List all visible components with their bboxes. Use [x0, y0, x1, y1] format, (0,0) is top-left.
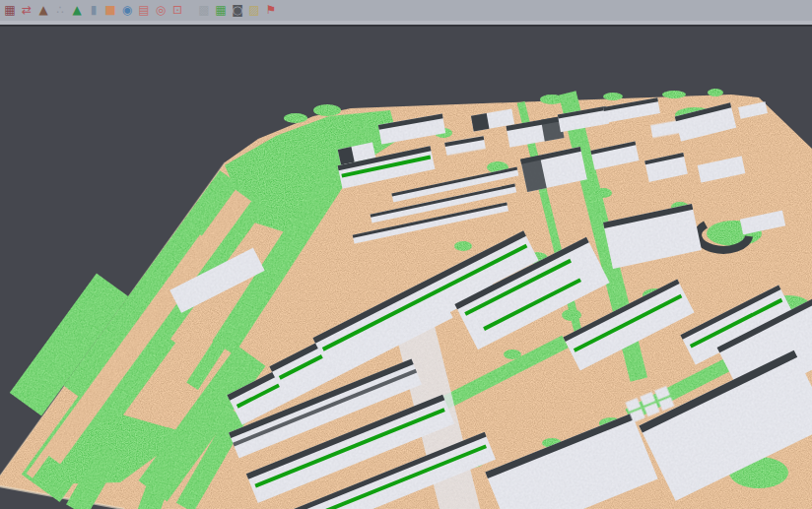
selection-box-icon[interactable]: ⊡: [169, 2, 185, 19]
classification-map-icon[interactable]: ▦: [213, 2, 229, 19]
globe-icon[interactable]: ◉: [119, 2, 135, 19]
terrain-brown-icon[interactable]: ▲: [35, 2, 51, 19]
grid-mask-icon[interactable]: ▩: [196, 2, 212, 19]
main-toolbar: ▦ ⇄ ▲ ∴ ▲ ▮ ■ ◉ ▤ ◎ ⊡ ▩ ▦ ◙ ▨ ⚑: [0, 0, 812, 21]
point-cloud-render: [0, 27, 812, 509]
target-ring-icon[interactable]: ◎: [153, 2, 169, 19]
viewport-3d[interactable]: [0, 27, 812, 509]
point-scatter-icon[interactable]: ∴: [52, 2, 68, 19]
toolbar-separator: [186, 2, 195, 19]
swap-arrows-icon[interactable]: ⇄: [19, 2, 34, 19]
column-model-icon[interactable]: ▮: [86, 2, 102, 19]
ground-patch-icon[interactable]: ■: [102, 2, 118, 19]
terrain-green-icon[interactable]: ▲: [69, 2, 85, 19]
classify-blocks-icon[interactable]: ▦: [2, 2, 18, 19]
camera-icon[interactable]: ◙: [230, 2, 245, 19]
flag-icon[interactable]: ⚑: [263, 2, 279, 19]
measure-hatch-icon[interactable]: ▨: [246, 2, 262, 19]
layer-stack-icon[interactable]: ▤: [136, 2, 152, 19]
application-window: ▦ ⇄ ▲ ∴ ▲ ▮ ■ ◉ ▤ ◎ ⊡ ▩ ▦ ◙ ▨ ⚑: [0, 0, 812, 509]
